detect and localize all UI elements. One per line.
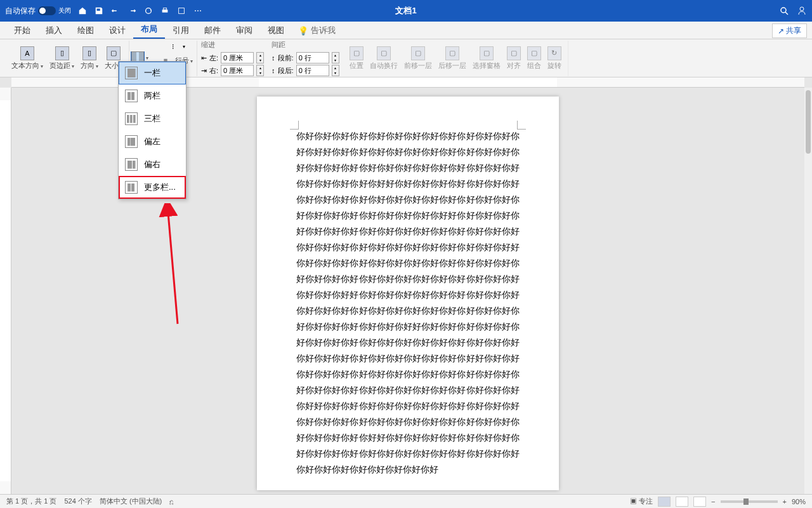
three-column-icon [125, 112, 138, 125]
vertical-ruler[interactable] [0, 88, 11, 494]
autosave-state: 关闭 [58, 6, 71, 15]
redo-icon[interactable] [124, 3, 140, 18]
columns-option-more[interactable]: 更多栏... [119, 176, 186, 199]
svg-rect-2 [163, 8, 166, 10]
margins-button[interactable]: ▯ 页边距 [47, 45, 77, 72]
two-column-icon [125, 90, 138, 102]
spacing-before-icon: ↕ [272, 54, 275, 62]
indent-left-label: 左: [209, 53, 218, 63]
columns-right-label: 偏右 [144, 159, 160, 170]
print-layout-view[interactable] [658, 497, 671, 507]
tab-references[interactable]: 引用 [165, 22, 197, 39]
columns-two-label: 两栏 [144, 90, 160, 102]
spacing-after-input[interactable] [296, 65, 329, 76]
position-icon: ▢ [350, 46, 363, 60]
columns-option-left[interactable]: 偏左 [119, 130, 186, 153]
svg-point-4 [781, 8, 786, 13]
zoom-in-button[interactable]: + [783, 498, 787, 505]
send-backward-button: ▢后移一层 [436, 45, 469, 72]
rotate-button: ↻旋转 [545, 45, 564, 72]
columns-option-two[interactable]: 两栏 [119, 84, 186, 107]
columns-more-label: 更多栏... [144, 182, 176, 193]
indent-group: 缩进 ⇤ 左: ▴▾ ⇥ 右: ▴▾ [197, 40, 268, 76]
orientation-button[interactable]: ▯ 方向 [78, 45, 101, 72]
tab-insert[interactable]: 插入 [38, 22, 70, 39]
svg-rect-3 [179, 8, 185, 14]
columns-option-three[interactable]: 三栏 [119, 107, 186, 130]
tell-me-search[interactable]: 💡 告诉我 [292, 22, 342, 39]
columns-left-label: 偏左 [144, 136, 160, 147]
undo-icon[interactable] [108, 3, 123, 18]
text-direction-label: 文本方向 [11, 61, 43, 70]
tab-home[interactable]: 开始 [6, 22, 38, 39]
document-page[interactable]: 你好你好你好你好你好你好你好你好你好你好你好你好你好你好好你好你好你好你好你好你… [257, 97, 559, 490]
zoom-slider[interactable] [721, 500, 778, 503]
left-column-icon [125, 135, 138, 148]
account-icon[interactable] [797, 6, 807, 16]
margin-marker-tr [517, 121, 526, 130]
spacing-before-spinner[interactable]: ▴▾ [332, 52, 339, 64]
home-icon[interactable] [75, 3, 90, 18]
refresh-icon[interactable] [141, 3, 156, 18]
tab-draw[interactable]: 绘图 [70, 22, 102, 39]
orientation-label: 方向 [81, 61, 98, 70]
svg-point-0 [146, 8, 152, 14]
spacing-after-spinner[interactable]: ▴▾ [332, 65, 339, 76]
margin-marker-tl [290, 121, 299, 130]
group-icon: ▢ [527, 46, 541, 60]
language-status[interactable]: 简体中文 (中国大陆) [100, 497, 162, 506]
scroll-thumb[interactable] [806, 90, 811, 154]
size-icon: ▢ [107, 46, 121, 60]
word-count[interactable]: 524 个字 [64, 497, 91, 506]
columns-option-one[interactable]: 一栏 [119, 62, 186, 84]
autosave-toggle[interactable]: 自动保存 关闭 [5, 6, 71, 17]
status-bar: 第 1 页，共 1 页 524 个字 简体中文 (中国大陆) ⎌ ▣ 专注 − … [0, 494, 812, 508]
print-icon[interactable] [157, 3, 173, 18]
document-body-text[interactable]: 你好你好你好你好你好你好你好你好你好你好你好你好你好你好好你好你好你好你好你好你… [296, 128, 520, 478]
save-icon[interactable] [91, 3, 107, 18]
breaks-button[interactable]: ⫶ [166, 39, 180, 53]
margins-icon: ▯ [55, 46, 69, 60]
indent-right-spinner[interactable]: ▴▾ [256, 65, 264, 76]
columns-dropdown-menu: 一栏 两栏 三栏 偏左 偏右 更多栏... [118, 61, 187, 199]
selection-pane-button[interactable]: ▢选择窗格 [470, 45, 503, 72]
tab-design[interactable]: 设计 [102, 22, 133, 39]
vertical-scrollbar[interactable] [804, 88, 812, 494]
text-direction-icon: A [20, 46, 34, 60]
zoom-out-button[interactable]: − [711, 498, 715, 505]
share-button[interactable]: ↗ 共享 [772, 23, 807, 38]
right-column-icon [125, 158, 138, 171]
autosave-label: 自动保存 [5, 6, 36, 17]
group-button: ▢组合 [525, 45, 544, 72]
rotate-icon: ↻ [547, 46, 561, 60]
share-icon: ↗ [778, 27, 784, 36]
tell-me-label: 告诉我 [311, 25, 336, 36]
tab-view[interactable]: 视图 [260, 22, 292, 39]
share-quick-icon[interactable] [174, 3, 189, 18]
wrap-text-button: ▢自动换行 [367, 45, 400, 72]
spacing-before-input[interactable] [296, 52, 329, 64]
selection-pane-icon: ▢ [480, 46, 494, 60]
more-icon[interactable]: ⋯ [190, 3, 206, 18]
columns-option-right[interactable]: 偏右 [119, 153, 186, 176]
indent-left-input[interactable] [221, 52, 254, 64]
title-bar: 自动保存 关闭 ⋯ 文档1 [0, 0, 812, 22]
web-layout-view[interactable] [693, 497, 706, 507]
indent-right-input[interactable] [221, 65, 254, 76]
read-mode-view[interactable] [676, 497, 688, 507]
spacing-before-label: 段前: [278, 53, 294, 63]
indent-heading: 缩进 [201, 40, 264, 50]
zoom-level[interactable]: 90% [792, 498, 806, 505]
focus-mode[interactable]: ▣ 专注 [630, 497, 653, 506]
align-button: ▢对齐 [504, 45, 523, 72]
indent-left-spinner[interactable]: ▴▾ [256, 52, 264, 64]
search-icon[interactable] [779, 6, 789, 16]
accessibility-icon[interactable]: ⎌ [169, 498, 174, 505]
more-columns-icon [125, 181, 138, 194]
quick-access-toolbar: ⋯ [75, 3, 206, 18]
page-info[interactable]: 第 1 页，共 1 页 [6, 497, 56, 506]
tab-review[interactable]: 审阅 [228, 22, 260, 39]
tab-mailings[interactable]: 邮件 [197, 22, 228, 39]
tab-layout[interactable]: 布局 [133, 21, 165, 39]
text-direction-button[interactable]: A 文本方向 [9, 45, 46, 72]
